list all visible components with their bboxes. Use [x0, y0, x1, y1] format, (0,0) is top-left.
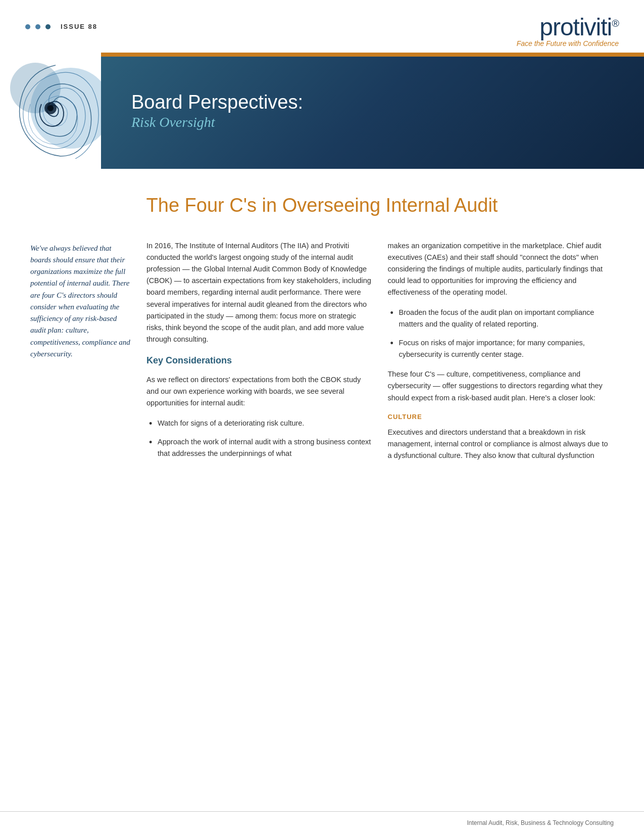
bullet-item-4: Focus on risks of major importance; for …	[388, 337, 614, 360]
bullet-item-2: Approach the work of internal audit with…	[146, 436, 373, 459]
logo: protiviti®	[517, 15, 619, 39]
header-right: protiviti® Face the Future with Confiden…	[517, 15, 619, 48]
hero-title: Board Perspectives:	[131, 91, 303, 114]
column-left: In 2016, The Institute of Internal Audit…	[146, 240, 373, 470]
svg-point-1	[47, 105, 54, 111]
bullet-item-1: Watch for signs of a deteriorating risk …	[146, 418, 373, 429]
col-right-continuation: makes an organization competitive in the…	[388, 240, 614, 299]
decorative-hero-area: Board Perspectives: Risk Oversight	[0, 53, 644, 169]
column-right: makes an organization competitive in the…	[388, 240, 614, 470]
orange-accent-bar	[101, 53, 644, 57]
culture-heading: CULTURE	[388, 412, 614, 423]
page-footer: Internal Audit, Risk, Business & Technol…	[0, 811, 644, 834]
hero-text: Board Perspectives: Risk Oversight	[131, 91, 303, 130]
logo-tagline: Face the Future with Confidence	[517, 39, 619, 48]
issue-label: ISSUE 88	[61, 23, 97, 30]
intro-paragraph: In 2016, The Institute of Internal Audit…	[146, 240, 373, 346]
key-considerations-heading: Key Considerations	[146, 353, 373, 368]
content-layout: We've always believed that boards should…	[30, 240, 614, 470]
two-columns: In 2016, The Institute of Internal Audit…	[146, 240, 614, 470]
sidebar-quote: We've always believed that boards should…	[30, 240, 131, 470]
page-header: ISSUE 88 protiviti® Face the Future with…	[0, 0, 644, 48]
bullet-list-right: Broaden the focus of the audit plan on i…	[388, 307, 614, 361]
key-considerations-intro: As we reflect on directors' expectations…	[146, 374, 373, 409]
swirl-graphic	[0, 58, 106, 164]
dot-1	[25, 24, 30, 29]
hero-banner: Board Perspectives: Risk Oversight	[101, 53, 644, 169]
hero-subtitle: Risk Oversight	[131, 114, 303, 130]
header-left: ISSUE 88	[25, 15, 97, 30]
culture-text: Executives and directors understand that…	[388, 427, 614, 462]
bullet-item-3: Broaden the focus of the audit plan on i…	[388, 307, 614, 330]
bullet-list-left: Watch for signs of a deteriorating risk …	[146, 418, 373, 460]
four-cs-summary: These four C's — culture, competitivenes…	[388, 368, 614, 404]
article-title: The Four C's in Overseeing Internal Audi…	[30, 194, 614, 217]
dot-2	[35, 24, 40, 29]
dot-3	[45, 24, 51, 29]
main-content: The Four C's in Overseeing Internal Audi…	[0, 169, 644, 490]
footer-text: Internal Audit, Risk, Business & Technol…	[467, 819, 614, 826]
